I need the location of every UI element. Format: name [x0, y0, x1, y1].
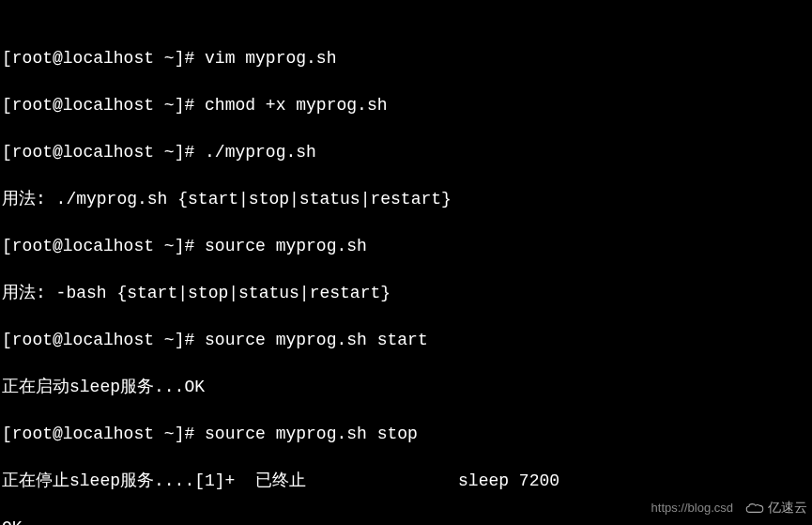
- command: source myprog.sh start: [205, 331, 428, 349]
- command: chmod +x myprog.sh: [205, 96, 387, 115]
- terminal-line: [root@localhost ~]# ./myprog.sh: [2, 141, 810, 164]
- command: source myprog.sh: [205, 237, 367, 255]
- shell-prompt: [root@localhost ~]#: [2, 96, 205, 115]
- shell-prompt: [root@localhost ~]#: [2, 143, 205, 162]
- cloud-icon: [744, 502, 765, 515]
- terminal-line: [root@localhost ~]# vim myprog.sh: [2, 47, 810, 70]
- shell-prompt: [root@localhost ~]#: [2, 237, 205, 255]
- watermark-url: https://blog.csd: [651, 496, 733, 519]
- shell-prompt: [root@localhost ~]#: [2, 331, 205, 349]
- watermark-brand: 亿速云: [744, 496, 807, 519]
- command: source myprog.sh stop: [205, 425, 418, 443]
- shell-prompt: [root@localhost ~]#: [2, 49, 205, 68]
- terminal-line: [root@localhost ~]# source myprog.sh sto…: [2, 423, 810, 446]
- output-line: 用法: -bash {start|stop|status|restart}: [2, 282, 810, 305]
- terminal-line: [root@localhost ~]# source myprog.sh: [2, 235, 810, 258]
- command: ./myprog.sh: [205, 143, 316, 162]
- terminal-line: [root@localhost ~]# chmod +x myprog.sh: [2, 94, 810, 117]
- terminal-line: [root@localhost ~]# source myprog.sh sta…: [2, 329, 810, 352]
- output-line: 正在停止sleep服务....[1]+ 已终止 sleep 7200: [2, 470, 810, 493]
- output-line: 用法: ./myprog.sh {start|stop|status|resta…: [2, 188, 810, 211]
- terminal-output[interactable]: [root@localhost ~]# vim myprog.sh [root@…: [2, 23, 810, 525]
- command: vim myprog.sh: [205, 49, 336, 68]
- output-line: 正在启动sleep服务...OK: [2, 376, 810, 399]
- watermark: https://blog.csd 亿速云: [651, 496, 807, 519]
- shell-prompt: [root@localhost ~]#: [2, 425, 205, 443]
